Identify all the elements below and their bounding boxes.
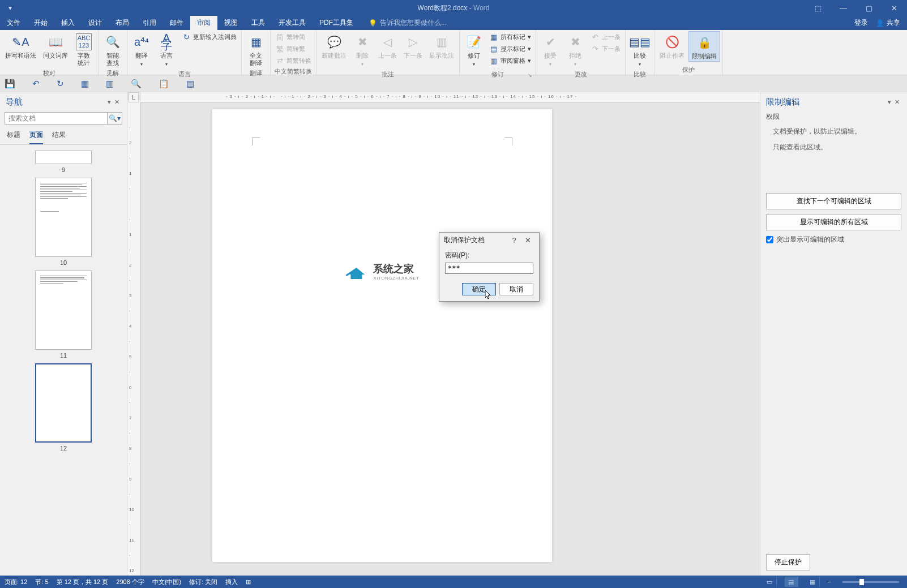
cancel-button[interactable]: 取消 (499, 283, 533, 295)
new-comment-button[interactable]: 💬新建批注 (319, 31, 349, 61)
prev-comment-button[interactable]: ◁上一条 (375, 31, 400, 61)
status-pageof[interactable]: 第 12 页，共 12 页 (57, 578, 109, 586)
close-button[interactable]: ✕ (882, 0, 907, 16)
qat-icon-5[interactable]: ▤ (186, 79, 194, 89)
block-authors-button[interactable]: 🚫阻止作者 (657, 31, 687, 61)
tab-review[interactable]: 审阅 (190, 16, 217, 30)
tab-references[interactable]: 引用 (136, 16, 163, 30)
tab-file[interactable]: 文件 (0, 16, 27, 30)
thumbnail-11[interactable]: 11 (35, 271, 92, 359)
nav-close-icon[interactable]: ✕ (113, 98, 121, 106)
spelling-button[interactable]: ✎A拼写和语法 (2, 31, 39, 61)
restrict-editing-button[interactable]: 🔒限制编辑 (688, 31, 720, 62)
tell-me-search[interactable]: 💡 告诉我您想要做什么... (360, 16, 447, 30)
redo-icon[interactable]: ↻ (57, 79, 64, 89)
status-page[interactable]: 页面: 12 (5, 578, 27, 586)
nav-search[interactable]: 🔍▾ (5, 112, 122, 125)
ok-button[interactable]: 确定 (462, 283, 496, 295)
minimize-button[interactable]: ― (831, 0, 856, 16)
thumbnail-12[interactable]: 12 (35, 363, 92, 452)
restrict-close-icon[interactable]: ✕ (893, 98, 901, 106)
stop-protection-button[interactable]: 停止保护 (766, 554, 810, 570)
maximize-button[interactable]: ▢ (856, 0, 882, 16)
password-input[interactable] (445, 263, 533, 274)
accept-button[interactable]: ✔接受▾ (538, 31, 562, 69)
thesaurus-button[interactable]: 📖同义词库 (40, 31, 71, 61)
zoom-slider[interactable] (842, 581, 899, 583)
qat-icon-1[interactable]: ▦ (81, 79, 89, 89)
vertical-ruler[interactable]: ·2·1· ·1·2·3·4·5·6·7·8·9·10·11·12·13·14·… (127, 102, 141, 578)
tab-view[interactable]: 视图 (217, 16, 245, 30)
tab-tools[interactable]: 工具 (245, 16, 272, 30)
nav-tab-headings[interactable]: 标题 (7, 130, 20, 144)
save-icon[interactable]: 💾 (5, 79, 15, 89)
show-all-regions-button[interactable]: 显示可编辑的所有区域 (766, 214, 901, 230)
prev-change-button[interactable]: ↶上一条 (588, 31, 623, 42)
qat-icon-2[interactable]: ▥ (106, 79, 114, 89)
trad-to-simp-button[interactable]: 简繁转简 (273, 31, 314, 42)
tab-developer[interactable]: 开发工具 (272, 16, 313, 30)
smart-lookup-button[interactable]: 🔍智能 查找 (101, 31, 125, 68)
compare-button[interactable]: ▤▤比较▾ (628, 31, 652, 69)
restrict-info-1: 文档受保护，以防止误编辑。 (773, 126, 901, 136)
tab-insert[interactable]: 插入 (54, 16, 82, 30)
update-ime-button[interactable]: ↻更新输入法词典 (179, 31, 239, 42)
print-layout-icon[interactable]: ▤ (785, 577, 798, 587)
tab-pdf[interactable]: PDF工具集 (313, 16, 360, 30)
next-comment-button[interactable]: ▷下一条 (401, 31, 425, 61)
read-mode-icon[interactable]: ▭ (763, 577, 777, 587)
simp-to-trad-button[interactable]: 繁简转繁 (273, 43, 314, 54)
ribbon-display-icon[interactable]: ▾ (0, 4, 20, 12)
status-track[interactable]: 修订: 关闭 (189, 578, 217, 586)
highlight-regions-checkbox[interactable]: 突出显示可编辑的区域 (766, 235, 901, 244)
thumbnail-9[interactable]: 9 (35, 151, 92, 173)
dialog-close-icon[interactable]: ✕ (521, 236, 534, 244)
group-chinese: 简繁转简 繁简转繁 ⇄简繁转换 中文简繁转换 (271, 30, 316, 75)
track-changes-button[interactable]: 📝修订▾ (462, 31, 486, 69)
login-link[interactable]: 登录 (854, 18, 868, 28)
nav-search-button[interactable]: 🔍▾ (107, 113, 122, 124)
share-button[interactable]: 👤 共享 (876, 18, 900, 28)
conv-button[interactable]: ⇄简繁转换 (273, 55, 314, 66)
tab-layout[interactable]: 布局 (109, 16, 136, 30)
language-button[interactable]: A字语言▾ (155, 31, 178, 69)
undo-icon[interactable]: ↶ (32, 79, 40, 89)
qat-icon-3[interactable]: 🔍 (131, 79, 142, 89)
horizontal-ruler[interactable]: · 3 · ı · 2 · ı · 1 · ı · · ı · 1 · ı · … (141, 92, 760, 102)
nav-dropdown-icon[interactable]: ▾ (106, 98, 113, 106)
translate-button[interactable]: a⁴⁴翻译▾ (130, 31, 153, 69)
find-next-region-button[interactable]: 查找下一个可编辑的区域 (766, 193, 901, 209)
status-extra-icon[interactable]: ⊞ (246, 578, 251, 586)
nav-tab-results[interactable]: 结果 (52, 130, 66, 144)
restrict-dropdown-icon[interactable]: ▾ (886, 98, 893, 106)
ribbon-options-icon[interactable]: ⬚ (805, 0, 831, 16)
show-markup-button[interactable]: ▤显示标记 ▾ (487, 43, 533, 54)
status-language[interactable]: 中文(中国) (152, 578, 181, 586)
delete-comment-button[interactable]: ✖删除▾ (350, 31, 374, 69)
reject-button[interactable]: ✖拒绝▾ (563, 31, 587, 69)
status-section[interactable]: 节: 5 (35, 578, 48, 586)
wordcount-button[interactable]: ABC123字数 统计 (72, 31, 96, 68)
tab-selector[interactable]: L (129, 92, 139, 102)
highlight-checkbox-input[interactable] (766, 236, 773, 243)
status-insert[interactable]: 插入 (225, 578, 238, 586)
dialog-help-icon[interactable]: ? (507, 236, 521, 244)
web-layout-icon[interactable]: ▦ (806, 577, 820, 587)
show-comments-button[interactable]: ▥显示批注 (426, 31, 457, 61)
thumbnail-10[interactable]: 10 (35, 178, 92, 266)
display-for-review[interactable]: ▦所有标记 ▾ (487, 31, 533, 42)
next-icon: ▷ (404, 33, 422, 51)
tab-mailings[interactable]: 邮件 (163, 16, 190, 30)
document-page[interactable]: 系统之家 XITONGZHIJIA.NET (212, 109, 552, 562)
tab-home[interactable]: 开始 (27, 16, 54, 30)
status-words[interactable]: 2908 个字 (116, 578, 144, 586)
next-change-button[interactable]: ↷下一条 (588, 43, 623, 54)
tab-design[interactable]: 设计 (82, 16, 109, 30)
nav-tab-pages[interactable]: 页面 (29, 130, 43, 144)
zoom-out-icon[interactable]: − (828, 578, 831, 585)
reviewing-pane-button[interactable]: ▥审阅窗格 ▾ (487, 55, 533, 66)
qat-icon-4[interactable]: 📋 (159, 79, 169, 89)
nav-search-input[interactable] (5, 113, 107, 124)
full-translate-button[interactable]: ▦全文 翻译 (244, 31, 268, 68)
dialog-launcher-icon[interactable]: ↘ (528, 72, 532, 78)
